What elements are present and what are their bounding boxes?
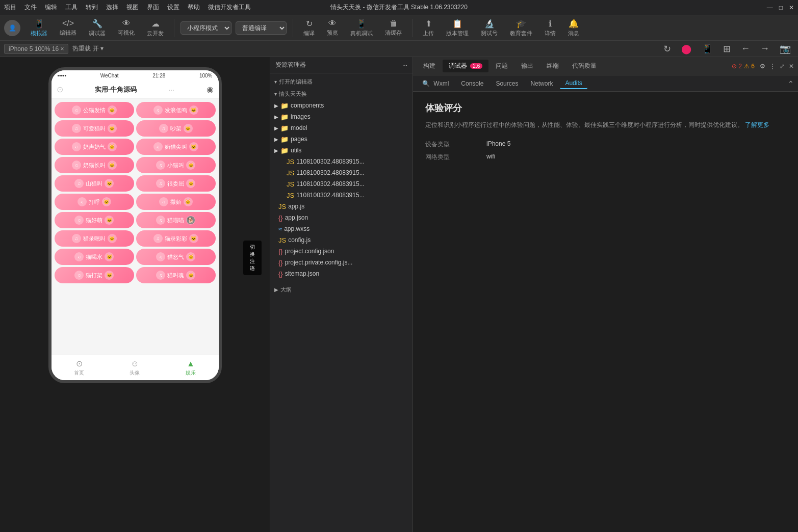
upload-btn[interactable]: ⬆ 上传 (419, 17, 438, 39)
message-btn[interactable]: 🔔 消息 (564, 17, 583, 39)
phone-btn-7-0[interactable]: ♫ 猫录嗯叫 🐱 (55, 230, 134, 247)
menu-help[interactable]: 帮助 (188, 3, 200, 12)
folder-model[interactable]: ▶ 📁 model (270, 122, 413, 134)
phone-btn-9-0[interactable]: ♫ 猫打架 🐱 (55, 267, 134, 283)
menu-file[interactable]: 文件 (24, 3, 37, 12)
phone-btn-4-1[interactable]: ♫ 很委屈 🐱 (136, 175, 216, 192)
devtools-tab-debugger[interactable]: 调试器 2.6 (443, 60, 488, 72)
folder-components[interactable]: ▶ 📁 components (270, 100, 413, 111)
open-editors-header[interactable]: ▾ 打开的编辑器 (270, 75, 413, 88)
file-configjs[interactable]: JS config.js (270, 234, 413, 246)
clear-cache-btn[interactable]: 🗑 清缓存 (381, 17, 406, 39)
audits-learn-more-link[interactable]: 了解更多 (745, 121, 769, 128)
phone-nav-back[interactable]: ⊙ (57, 85, 63, 94)
devtools-expand-icon[interactable]: ⤢ (780, 63, 785, 70)
sub-tab-console[interactable]: Console (456, 78, 488, 89)
file-projectprivate[interactable]: {} project.private.config.js... (270, 257, 413, 268)
real-test-btn[interactable]: 📱 真机调试 (346, 17, 377, 39)
phone-btn-8-0[interactable]: ♫ 猫喝水 🐱 (55, 249, 134, 265)
avatar[interactable]: 👤 (4, 20, 20, 36)
file-3[interactable]: JS 1108100302.48083915... (270, 190, 413, 201)
phone-btn-3-0[interactable]: ♫ 奶猫长叫 🐱 (55, 157, 134, 173)
phone-btn-2-1[interactable]: ♫ 奶猫尖叫 🐱 (136, 139, 216, 155)
menu-goto[interactable]: 转到 (86, 3, 98, 12)
phone-btn-1-0[interactable]: ♫ 可爱猫叫 🐱 (55, 120, 134, 137)
menu-view[interactable]: 视图 (126, 3, 139, 12)
test-btn[interactable]: 🔬 测试号 (477, 17, 502, 39)
phone-btn-2-0[interactable]: ♫ 奶声奶气 🐱 (55, 139, 134, 155)
phone-btn-4-0[interactable]: ♫ 山猫叫 🐱 (55, 175, 134, 192)
sub-tab-sources[interactable]: Sources (491, 78, 523, 89)
debugger-btn[interactable]: 🔧 调试器 (85, 17, 110, 39)
file-2[interactable]: JS 1108100302.48083915... (270, 178, 413, 190)
editor-btn[interactable]: </> 编辑器 (56, 17, 81, 39)
phone-btn-5-1[interactable]: ♫ 撒娇 🐱 (136, 194, 216, 210)
record-btn[interactable]: ⬤ (678, 42, 694, 56)
devtools-tab-terminal[interactable]: 终端 (540, 60, 565, 72)
phone-btn-9-1[interactable]: ♫ 猫叫魂 🐱 (136, 267, 216, 283)
phone-btn-7-1[interactable]: ♫ 猫录彩彩 🐱 (136, 230, 216, 247)
phone-btn-8-1[interactable]: ♫ 猫怒气 🐱 (136, 249, 216, 265)
close-button[interactable]: ✕ (789, 4, 794, 11)
menu-bar[interactable]: 项目 文件 编辑 工具 转到 选择 视图 界面 设置 帮助 微信开发者工具 (4, 3, 251, 12)
menu-devtools[interactable]: 微信开发者工具 (208, 3, 251, 12)
phone-nav-menu[interactable]: ··· (169, 86, 175, 94)
devtools-more-icon[interactable]: ⋮ (769, 63, 776, 70)
phone-btn-3-1[interactable]: ♫ 小猫叫 🐱 (136, 157, 216, 173)
file-appwxss[interactable]: ≈ app.wxss (270, 223, 413, 234)
mini-program-mode-select[interactable]: 小程序模式 (181, 21, 231, 35)
folder-images[interactable]: ▶ 📁 images (270, 111, 413, 122)
devtools-tab-issues[interactable]: 问题 (490, 60, 514, 72)
file-appjs[interactable]: JS app.js (270, 201, 413, 212)
window-controls[interactable]: — □ ✕ (767, 4, 794, 11)
detail-btn[interactable]: ℹ 详情 (540, 17, 560, 39)
phone-btn-0-1[interactable]: ♫ 发浪低鸣 🐱 (136, 102, 216, 118)
menu-project[interactable]: 项目 (4, 3, 16, 12)
refresh-btn[interactable]: ↻ (660, 42, 674, 56)
sub-tab-network[interactable]: Network (525, 78, 558, 89)
maximize-button[interactable]: □ (779, 4, 783, 11)
preview-btn[interactable]: 👁 预览 (323, 17, 342, 39)
visualize-btn[interactable]: 👁 可视化 (114, 17, 139, 39)
multi-window-icon[interactable]: ⊞ (720, 42, 734, 56)
minimize-button[interactable]: — (767, 4, 773, 11)
phone-nav-dot[interactable]: ◉ (207, 85, 214, 94)
menu-edit[interactable]: 编辑 (45, 3, 57, 12)
edu-btn[interactable]: 🎓 教育套件 (506, 17, 536, 39)
file-0[interactable]: JS 1108100302.48083915... (270, 156, 413, 167)
version-btn[interactable]: 📋 版本管理 (442, 17, 473, 39)
menu-tools[interactable]: 工具 (65, 3, 78, 12)
file-tree-more-icon[interactable]: ··· (402, 62, 407, 69)
devtools-collapse-icon[interactable]: ⌃ (788, 79, 794, 88)
camera-icon[interactable]: 📷 (777, 42, 794, 56)
menu-interface[interactable]: 界面 (147, 3, 159, 12)
sub-tab-wxml[interactable]: 🔍 Wxml (417, 78, 454, 89)
cloud-btn[interactable]: ☁ 云开发 (143, 17, 168, 39)
phone-btn-1-1[interactable]: ♫ 吵架 🐱 (136, 120, 216, 137)
phone-btn-5-0[interactable]: ♫ 打呼 🐱 (55, 194, 134, 210)
menu-settings[interactable]: 设置 (167, 3, 179, 12)
menu-select[interactable]: 选择 (106, 3, 118, 12)
phone-icon[interactable]: 📱 (699, 42, 716, 56)
project-header[interactable]: ▾ 情头天天换 (270, 88, 413, 100)
phone-tab-entertainment[interactable]: ▲ 娱乐 (163, 355, 218, 380)
outline-header[interactable]: ▶ 大纲 (270, 283, 413, 296)
hot-reload-btn[interactable]: 热重载 开 ▾ (72, 44, 104, 53)
phone-btn-6-0[interactable]: ♫ 猫好萌 🐱 (55, 212, 134, 228)
switch-lang-overlay[interactable]: 切换注语 (243, 241, 262, 275)
file-appjson[interactable]: {} app.json (270, 212, 413, 223)
devtools-close-icon[interactable]: ✕ (789, 63, 794, 70)
devtools-tab-output[interactable]: 输出 (515, 60, 539, 72)
devtools-settings-icon[interactable]: ⚙ (760, 63, 765, 70)
phone-tab-home[interactable]: ⊙ 首页 (52, 355, 107, 380)
devtools-tab-build[interactable]: 构建 (417, 60, 442, 72)
forward-icon[interactable]: → (757, 42, 773, 55)
phone-btn-0-0[interactable]: ♫ 公猫发情 🐱 (55, 102, 134, 118)
simulator-btn[interactable]: 📱 模拟器 (27, 17, 52, 39)
file-projectconfig[interactable]: {} project.config.json (270, 246, 413, 257)
devtools-tab-codequality[interactable]: 代码质量 (566, 60, 603, 72)
device-select[interactable]: iPhone 5 100% 16 × (4, 44, 68, 54)
compile-mode-select[interactable]: 普通编译 (236, 21, 287, 35)
back-icon[interactable]: ← (738, 42, 753, 55)
folder-pages[interactable]: ▶ 📁 pages (270, 134, 413, 145)
